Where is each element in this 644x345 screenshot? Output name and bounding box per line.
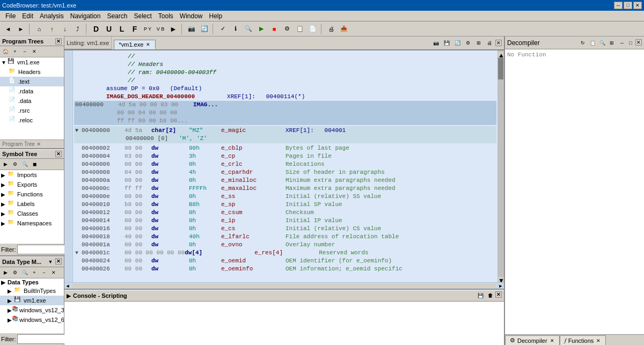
functions-tab-close[interactable]: ✕ (596, 338, 601, 343)
pt-btn4[interactable]: ✕ (30, 47, 39, 56)
dt-win32[interactable]: ▶ 📚 windows_vs12_32 (0, 305, 64, 315)
minimize-button[interactable]: ─ (614, 2, 623, 9)
expand-imports[interactable]: ▶ (1, 172, 8, 178)
tree-item-rsrc[interactable]: 📄 .rsrc (0, 106, 64, 115)
maximize-button[interactable]: □ (624, 2, 632, 9)
listing-sync[interactable]: 🔄 (452, 38, 462, 48)
restore-button[interactable]: 🔄 (199, 23, 210, 35)
run-button[interactable]: ▶ (255, 23, 267, 35)
scrollbar-thumb[interactable] (498, 58, 503, 79)
expand-namespaces[interactable]: ▶ (1, 221, 8, 226)
undo-button[interactable]: D (90, 23, 102, 35)
console-save[interactable]: 💾 (476, 291, 485, 300)
search-button[interactable]: 🔍 (243, 23, 254, 35)
function-button[interactable]: F (129, 23, 141, 35)
expand-labels[interactable]: ▶ (1, 201, 8, 207)
forward-button[interactable]: ► (15, 23, 27, 35)
decompiler-tab-close[interactable]: ✕ (550, 338, 555, 343)
listing-scrollbar[interactable]: ▲ ▼ (497, 50, 504, 282)
tools-btn-3[interactable]: 📄 (307, 23, 319, 35)
expand-res[interactable]: ▼ (75, 249, 82, 257)
expand-win64[interactable]: ▶ (8, 317, 12, 323)
hscroll-track[interactable] (72, 284, 496, 288)
dec-max[interactable]: □ (627, 39, 634, 47)
info-button[interactable]: ℹ (230, 23, 241, 35)
pt-btn2[interactable]: + (11, 47, 19, 56)
dt-tb1[interactable]: ▶ (1, 268, 10, 277)
pt-btn3[interactable]: − (20, 47, 29, 56)
expand-magic[interactable]: ▼ (75, 127, 82, 135)
scrollbar-up-btn[interactable]: ▲ (498, 52, 503, 56)
tree-item-rdata[interactable]: 📄 .rdata (0, 86, 64, 96)
st-btn3[interactable]: 🔍 (20, 160, 29, 168)
nav-button-2[interactable]: ↑ (46, 23, 58, 35)
nav-button-4[interactable]: ⤴ (72, 23, 84, 35)
tab-vm1-close[interactable]: ✕ (145, 42, 151, 47)
tree-item-vm1exe[interactable]: ▼ 💾 vm1.exe (0, 57, 64, 67)
hscroll-right[interactable]: ► (497, 283, 504, 289)
dt-win64[interactable]: ▶ 📚 windows_vs12_64 (0, 315, 64, 325)
console-close[interactable]: ✕ (495, 291, 502, 298)
dt-tb5[interactable]: − (40, 268, 48, 277)
console-clear[interactable]: 🗑 (486, 291, 494, 300)
home-button[interactable]: ⌂ (33, 23, 45, 35)
dec-btn2[interactable]: 📋 (588, 39, 597, 47)
hscroll-left[interactable]: ◄ (64, 283, 71, 289)
expand-win32[interactable]: ▶ (8, 307, 12, 313)
menu-tools[interactable]: Tools (155, 11, 177, 21)
symbol-imports[interactable]: ▶ 📁 Imports (0, 170, 64, 180)
st-btn2[interactable]: ⚙ (11, 160, 19, 168)
functions-tab[interactable]: 𝑓 Functions ✕ (560, 335, 606, 345)
listing-restore[interactable]: 💾 (442, 38, 451, 48)
expand-datatypes[interactable]: ▶ (1, 280, 8, 285)
program-trees-close[interactable]: ✕ (55, 38, 62, 45)
symbol-exports[interactable]: ▶ 📁 Exports (0, 180, 64, 189)
snapshot-button[interactable]: 📷 (186, 23, 197, 35)
symbol-tree-close[interactable]: ✕ (55, 151, 62, 157)
menu-edit[interactable]: Edit (19, 11, 36, 21)
dt-vm1exe[interactable]: ▶ 💾 vm1.exe (0, 296, 64, 305)
listing-snap[interactable]: 📷 (431, 38, 441, 48)
symbol-classes[interactable]: ▶ 📁 Classes (0, 209, 64, 218)
dt-datatypes[interactable]: ▶ Data Types (0, 278, 64, 286)
stop-button[interactable]: ■ (268, 23, 280, 35)
tree-item-text[interactable]: 📄 .text (0, 77, 64, 86)
tree-item-headers[interactable]: 📁 Headers (0, 67, 64, 77)
dec-expand[interactable]: ⊞ (608, 39, 616, 47)
tree-expand-vm1exe[interactable]: ▼ (1, 60, 8, 65)
back-button[interactable]: ◄ (2, 23, 14, 35)
dt-builtintypes[interactable]: ▶ 📁 BuiltInTypes (0, 286, 64, 296)
listing-code[interactable]: // // Headers // ram: 00400000-004003ff … (73, 50, 497, 282)
print-button[interactable]: 🖨 (325, 23, 337, 35)
data-type-close[interactable]: ✕ (55, 258, 62, 265)
menu-select[interactable]: Select (130, 11, 155, 21)
symbol-namespaces[interactable]: ▶ 📁 Namespaces (0, 218, 64, 228)
menu-analysis[interactable]: Analysis (36, 11, 67, 21)
check-button[interactable]: ✓ (217, 23, 229, 35)
expand-builtin[interactable]: ▶ (8, 288, 14, 294)
listing-hscroll[interactable]: ◄ ► (64, 282, 504, 289)
menu-search[interactable]: Search (104, 11, 130, 21)
pt-btn1[interactable]: 🏠 (1, 47, 10, 56)
close-button[interactable]: ✕ (633, 2, 642, 9)
tools-btn-2[interactable]: 📋 (294, 23, 306, 35)
menu-window[interactable]: Window (177, 11, 206, 21)
export-button[interactable]: 📤 (338, 23, 350, 35)
listing-close[interactable]: ✕ (495, 40, 502, 46)
dec-min[interactable]: ─ (618, 39, 626, 47)
symbol-labels[interactable]: ▶ 📁 Labels (0, 199, 64, 209)
tree-item-data[interactable]: 📄 .data (0, 96, 64, 106)
menu-navigation[interactable]: Navigation (67, 11, 104, 21)
dec-btn3[interactable]: 🔍 (598, 39, 606, 47)
struct-button[interactable]: V B (155, 23, 166, 35)
dt-tb2[interactable]: ⚙ (11, 268, 19, 277)
dec-close[interactable]: ✕ (635, 39, 642, 46)
menu-file[interactable]: File (2, 11, 19, 21)
decompiler-tab[interactable]: ⚙ Decompiler ✕ (505, 335, 560, 345)
listing-tab-vm1[interactable]: *vm1.exe ✕ (114, 40, 156, 49)
listing-print[interactable]: 🖨 (485, 38, 494, 48)
tools-btn-1[interactable]: ⚙ (281, 23, 293, 35)
menu-help[interactable]: Help (206, 11, 226, 21)
expand-dt-vm1[interactable]: ▶ (8, 298, 14, 304)
expand-classes[interactable]: ▶ (1, 211, 8, 217)
